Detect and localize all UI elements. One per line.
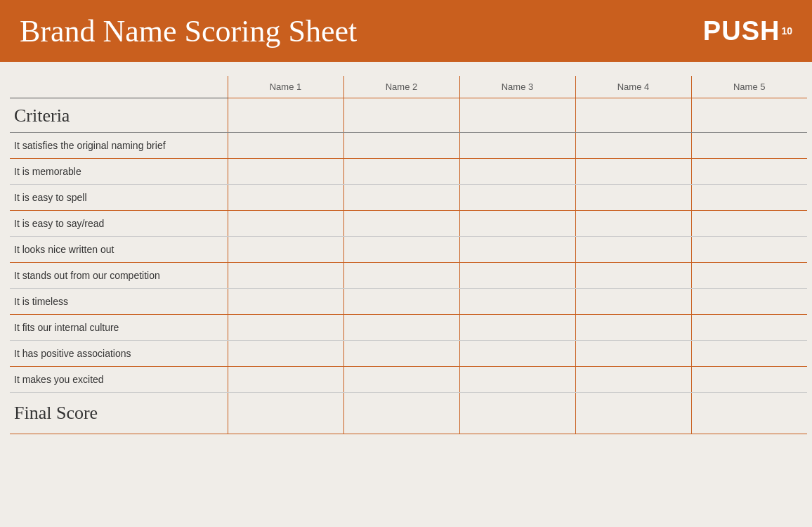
score-row1-name3[interactable] xyxy=(459,133,575,159)
score-row1-name1[interactable] xyxy=(228,133,343,159)
criteria-name3-cell xyxy=(459,98,575,133)
score-row1-name4[interactable] xyxy=(575,133,691,159)
score-row2-name3[interactable] xyxy=(459,159,575,185)
main-content: Name 1 Name 2 Name 3 Name 4 Name 5 Crite… xyxy=(0,62,812,441)
final-score-name5[interactable] xyxy=(691,393,807,434)
table-row: It is memorable xyxy=(10,159,807,185)
score-row2-name4[interactable] xyxy=(575,159,691,185)
name2-column-header: Name 2 xyxy=(343,76,459,98)
table-row: It has positive associations xyxy=(10,341,807,367)
score-row4-name4[interactable] xyxy=(575,211,691,237)
table-row: It is easy to say/read xyxy=(10,211,807,237)
score-row1-name2[interactable] xyxy=(343,133,459,159)
criteria-item-9: It has positive associations xyxy=(10,341,228,367)
final-score-name4[interactable] xyxy=(575,393,691,434)
score-row7-name4[interactable] xyxy=(575,289,691,315)
criteria-label: Criteria xyxy=(10,98,228,133)
score-row3-name2[interactable] xyxy=(343,185,459,211)
score-row10-name4[interactable] xyxy=(575,367,691,393)
logo-superscript: 10 xyxy=(781,25,792,37)
table-row: It is easy to spell xyxy=(10,185,807,211)
score-row3-name5[interactable] xyxy=(691,185,807,211)
criteria-item-3: It is easy to spell xyxy=(10,185,228,211)
criteria-label-row: Criteria xyxy=(10,98,807,133)
score-row1-name5[interactable] xyxy=(691,133,807,159)
score-row9-name4[interactable] xyxy=(575,341,691,367)
criteria-item-5: It looks nice written out xyxy=(10,237,228,263)
score-row8-name3[interactable] xyxy=(459,315,575,341)
criteria-name5-cell xyxy=(691,98,807,133)
criteria-item-10: It makes you excited xyxy=(10,367,228,393)
page-title: Brand Name Scoring Sheet xyxy=(20,13,357,49)
table-row: It makes you excited xyxy=(10,367,807,393)
score-row2-name2[interactable] xyxy=(343,159,459,185)
criteria-name2-cell xyxy=(343,98,459,133)
score-row5-name2[interactable] xyxy=(343,237,459,263)
score-row8-name5[interactable] xyxy=(691,315,807,341)
score-row4-name3[interactable] xyxy=(459,211,575,237)
table-row: It fits our internal culture xyxy=(10,315,807,341)
score-row2-name1[interactable] xyxy=(228,159,343,185)
score-row6-name5[interactable] xyxy=(691,263,807,289)
name4-column-header: Name 4 xyxy=(575,76,691,98)
scoring-table: Name 1 Name 2 Name 3 Name 4 Name 5 Crite… xyxy=(10,76,807,434)
final-score-name3[interactable] xyxy=(459,393,575,434)
table-row: It satisfies the original naming brief xyxy=(10,133,807,159)
criteria-item-8: It fits our internal culture xyxy=(10,315,228,341)
score-row8-name4[interactable] xyxy=(575,315,691,341)
logo: PUSH10 xyxy=(703,16,792,46)
score-row9-name5[interactable] xyxy=(691,341,807,367)
table-header-row: Name 1 Name 2 Name 3 Name 4 Name 5 xyxy=(10,76,807,98)
logo-text: PUSH xyxy=(703,16,780,46)
name1-column-header: Name 1 xyxy=(228,76,343,98)
score-row7-name2[interactable] xyxy=(343,289,459,315)
score-row3-name4[interactable] xyxy=(575,185,691,211)
score-row5-name4[interactable] xyxy=(575,237,691,263)
criteria-name1-cell xyxy=(228,98,343,133)
score-row4-name5[interactable] xyxy=(691,211,807,237)
score-row7-name5[interactable] xyxy=(691,289,807,315)
score-row8-name1[interactable] xyxy=(228,315,343,341)
score-row5-name3[interactable] xyxy=(459,237,575,263)
table-row: It is timeless xyxy=(10,289,807,315)
score-row7-name1[interactable] xyxy=(228,289,343,315)
score-row9-name2[interactable] xyxy=(343,341,459,367)
score-row10-name3[interactable] xyxy=(459,367,575,393)
table-row: It looks nice written out xyxy=(10,237,807,263)
score-row3-name3[interactable] xyxy=(459,185,575,211)
score-row4-name1[interactable] xyxy=(228,211,343,237)
score-row9-name3[interactable] xyxy=(459,341,575,367)
final-score-row: Final Score xyxy=(10,393,807,434)
final-score-name1[interactable] xyxy=(228,393,343,434)
name3-column-header: Name 3 xyxy=(459,76,575,98)
criteria-item-6: It stands out from our competition xyxy=(10,263,228,289)
score-row5-name1[interactable] xyxy=(228,237,343,263)
score-row3-name1[interactable] xyxy=(228,185,343,211)
score-row10-name5[interactable] xyxy=(691,367,807,393)
criteria-item-1: It satisfies the original naming brief xyxy=(10,133,228,159)
score-row6-name3[interactable] xyxy=(459,263,575,289)
name5-column-header: Name 5 xyxy=(691,76,807,98)
score-row5-name5[interactable] xyxy=(691,237,807,263)
criteria-column-header xyxy=(10,76,228,98)
score-row6-name1[interactable] xyxy=(228,263,343,289)
score-row9-name1[interactable] xyxy=(228,341,343,367)
score-row4-name2[interactable] xyxy=(343,211,459,237)
score-row8-name2[interactable] xyxy=(343,315,459,341)
score-row2-name5[interactable] xyxy=(691,159,807,185)
page-header: Brand Name Scoring Sheet PUSH10 xyxy=(0,0,812,62)
final-score-label: Final Score xyxy=(10,393,228,434)
criteria-name4-cell xyxy=(575,98,691,133)
score-row6-name2[interactable] xyxy=(343,263,459,289)
score-row10-name2[interactable] xyxy=(343,367,459,393)
score-row10-name1[interactable] xyxy=(228,367,343,393)
criteria-item-7: It is timeless xyxy=(10,289,228,315)
criteria-item-4: It is easy to say/read xyxy=(10,211,228,237)
score-row6-name4[interactable] xyxy=(575,263,691,289)
final-score-name2[interactable] xyxy=(343,393,459,434)
score-row7-name3[interactable] xyxy=(459,289,575,315)
criteria-item-2: It is memorable xyxy=(10,159,228,185)
table-row: It stands out from our competition xyxy=(10,263,807,289)
